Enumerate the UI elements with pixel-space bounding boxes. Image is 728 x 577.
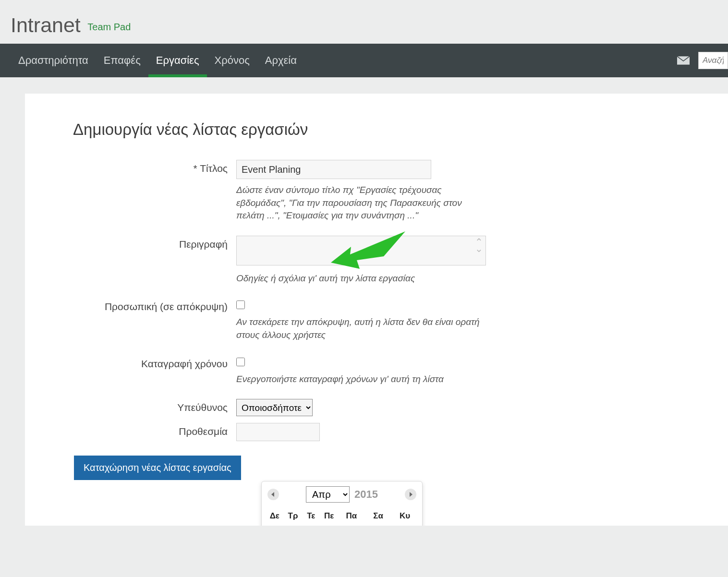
mail-icon[interactable] <box>677 56 690 65</box>
nav-time[interactable]: Χρόνος <box>207 44 257 77</box>
nav-contacts[interactable]: Επαφές <box>96 44 148 77</box>
label-timetrack: Καταγραφή χρόνου <box>73 355 236 370</box>
hint-private: Αν τσεκάρετε την απόκρυψη, αυτή η λίστα … <box>236 316 505 341</box>
nav-tasks[interactable]: Εργασίες <box>148 44 207 77</box>
datepicker-grid: Δε Τρ Τε Πε Πα Σα Κυ 1 2 3 4 5 <box>266 508 418 526</box>
weekday-header: Τε <box>302 508 320 524</box>
submit-button[interactable]: Καταχώρηση νέας λίστας εργασίας <box>74 456 241 480</box>
weekday-header: Δε <box>266 508 284 524</box>
search-input[interactable] <box>698 52 728 69</box>
datepicker: Απρ 2015 Δε Τρ Τε Πε Πα Σα Κυ 1 <box>261 481 423 526</box>
description-textarea[interactable] <box>236 236 486 265</box>
app-header: Intranet Team Pad <box>0 0 728 44</box>
svg-marker-2 <box>271 492 274 497</box>
timetrack-checkbox[interactable] <box>236 358 245 366</box>
label-title: * Τίτλος <box>73 160 236 174</box>
label-owner: Υπεύθυνος <box>73 399 236 413</box>
deadline-input[interactable] <box>236 423 320 441</box>
hint-title: Δώστε έναν σύντομο τίτλο πχ "Εργασίες τρ… <box>236 184 472 222</box>
main-nav: Δραστηριότητα Επαφές Εργασίες Χρόνος Αρχ… <box>0 44 728 77</box>
app-subtitle: Team Pad <box>87 22 131 33</box>
datepicker-day[interactable]: 1 <box>302 524 320 526</box>
datepicker-day[interactable]: 2 <box>320 524 338 526</box>
datepicker-day[interactable]: 4 <box>365 524 392 526</box>
hint-timetrack: Ενεργοποιήστε καταγραφή χρόνων γι' αυτή … <box>236 373 486 386</box>
weekday-header: Πα <box>338 508 365 524</box>
label-deadline: Προθεσμία <box>73 423 236 437</box>
label-description: Περιγραφή <box>73 236 236 250</box>
datepicker-day <box>266 524 284 526</box>
app-title: Intranet <box>11 13 81 37</box>
textarea-scroll-icons: ⌃⌄ <box>475 239 483 252</box>
weekday-header: Τρ <box>284 508 303 524</box>
private-checkbox[interactable] <box>236 301 245 309</box>
weekday-header: Κυ <box>391 508 418 524</box>
form-panel: Δημιουργία νέας λίστας εργασιών * Τίτλος… <box>25 94 728 526</box>
datepicker-prev-button[interactable] <box>267 489 279 500</box>
owner-select[interactable]: Οποιοσδήποτε <box>236 399 313 416</box>
datepicker-day <box>284 524 303 526</box>
datepicker-next-button[interactable] <box>405 489 416 500</box>
title-input[interactable] <box>236 160 431 179</box>
page-title: Δημιουργία νέας λίστας εργασιών <box>73 120 728 139</box>
weekday-header: Πε <box>320 508 338 524</box>
datepicker-day[interactable]: 3 <box>338 524 365 526</box>
datepicker-month-select[interactable]: Απρ <box>306 486 350 503</box>
nav-activity[interactable]: Δραστηριότητα <box>11 44 96 77</box>
label-private: Προσωπική (σε απόκρυψη) <box>73 298 236 313</box>
datepicker-year: 2015 <box>354 488 378 501</box>
hint-description: Οδηγίες ή σχόλια γι' αυτή την λίστα εργα… <box>236 272 472 285</box>
nav-files[interactable]: Αρχεία <box>257 44 304 77</box>
datepicker-day[interactable]: 5 <box>391 524 418 526</box>
svg-marker-3 <box>410 492 413 497</box>
weekday-header: Σα <box>365 508 392 524</box>
